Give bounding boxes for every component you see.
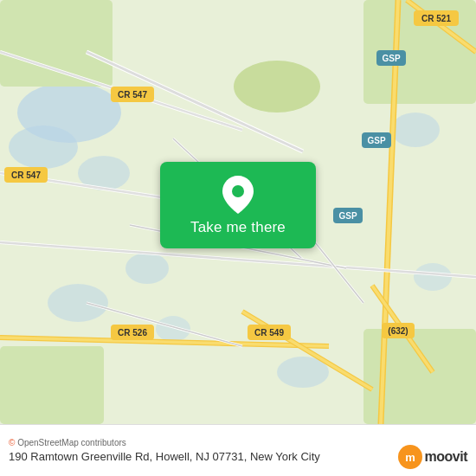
- map-pin-icon: [222, 176, 254, 214]
- svg-point-6: [156, 316, 190, 342]
- location-card: Take me there: [160, 162, 316, 248]
- attribution-text: OpenStreetMap contributors: [17, 438, 126, 447]
- bottom-bar: © OpenStreetMap contributors 190 Ramtown…: [0, 424, 476, 476]
- svg-point-14: [234, 61, 320, 113]
- map-container: CR 521 GSP GSP GSP CR 547 CR 547 CR 526 …: [0, 0, 476, 424]
- svg-text:GSP: GSP: [382, 54, 400, 63]
- svg-rect-10: [0, 0, 113, 87]
- moovit-logo-icon: m: [398, 445, 422, 469]
- svg-text:GSP: GSP: [338, 211, 357, 221]
- attribution-icon: ©: [9, 438, 15, 447]
- moovit-wordmark: moovit: [425, 449, 467, 465]
- take-me-there-button[interactable]: Take me there: [190, 219, 286, 236]
- svg-text:CR 547: CR 547: [118, 90, 147, 100]
- svg-text:GSP: GSP: [367, 136, 385, 145]
- svg-text:CR 521: CR 521: [421, 14, 451, 23]
- svg-text:(632): (632): [388, 326, 408, 336]
- svg-point-2: [9, 125, 78, 169]
- svg-text:CR 526: CR 526: [118, 328, 147, 338]
- svg-text:CR 549: CR 549: [254, 328, 284, 338]
- moovit-badge: m moovit: [398, 445, 467, 469]
- svg-point-5: [48, 284, 108, 322]
- svg-point-59: [232, 185, 244, 197]
- svg-point-8: [391, 113, 440, 147]
- svg-point-4: [125, 253, 169, 284]
- svg-text:m: m: [405, 451, 415, 464]
- svg-rect-12: [0, 346, 104, 424]
- svg-text:CR 547: CR 547: [11, 170, 41, 180]
- svg-point-9: [414, 263, 452, 291]
